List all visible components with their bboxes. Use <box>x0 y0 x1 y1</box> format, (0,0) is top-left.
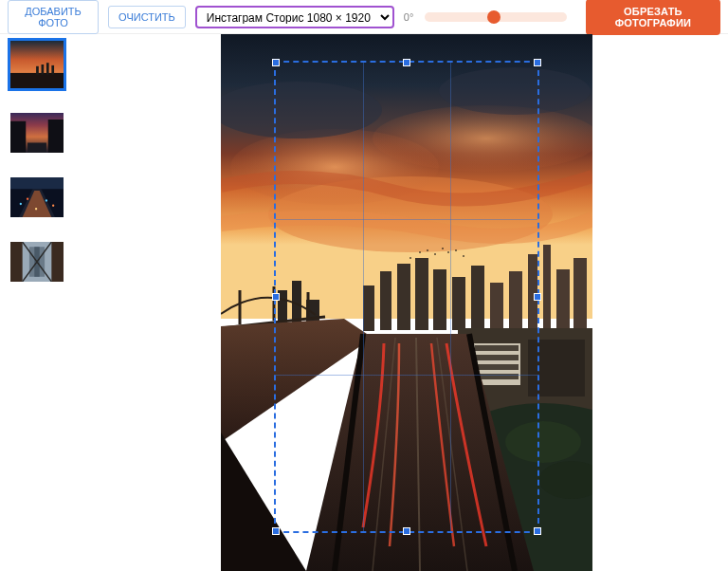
rotation-value-label: 0° <box>404 11 419 23</box>
svg-rect-50 <box>556 269 570 330</box>
svg-rect-51 <box>573 258 587 330</box>
svg-point-12 <box>20 203 22 205</box>
svg-rect-49 <box>543 245 551 332</box>
crop-handle-sw[interactable] <box>272 527 280 535</box>
thumbnail-4[interactable] <box>8 239 66 285</box>
svg-rect-7 <box>10 121 26 153</box>
svg-rect-11 <box>10 177 64 189</box>
thumbnail-3[interactable] <box>8 175 66 220</box>
canvas-area <box>85 34 728 571</box>
crop-handle-e[interactable] <box>534 293 541 301</box>
rotation-slider[interactable] <box>425 12 567 22</box>
svg-point-13 <box>27 198 28 200</box>
svg-point-16 <box>35 208 37 210</box>
svg-rect-5 <box>51 65 54 75</box>
svg-rect-19 <box>51 242 64 282</box>
thumbnail-sidebar <box>0 34 85 571</box>
crop-handle-se[interactable] <box>534 527 541 535</box>
crop-handle-w[interactable] <box>272 293 280 301</box>
crop-photos-button[interactable]: ОБРЕЗАТЬ ФОТОГРАФИИ <box>586 0 720 35</box>
main-area <box>0 34 728 571</box>
svg-rect-9 <box>27 143 46 154</box>
image-canvas[interactable] <box>221 34 592 571</box>
svg-rect-2 <box>36 66 39 75</box>
svg-point-14 <box>46 199 47 201</box>
svg-rect-4 <box>46 63 49 75</box>
crop-preset-select[interactable]: Инстаграм Сторис 1080 × 1920 <box>195 6 394 28</box>
thumbnail-2[interactable] <box>8 110 66 156</box>
crop-handle-s[interactable] <box>403 527 410 535</box>
crop-handle-n[interactable] <box>403 59 410 66</box>
clear-button[interactable]: ОЧИСТИТЬ <box>108 6 186 28</box>
svg-point-15 <box>52 205 54 207</box>
svg-rect-8 <box>48 120 64 153</box>
svg-rect-1 <box>10 73 64 88</box>
crop-handle-nw[interactable] <box>272 59 280 66</box>
add-photo-button[interactable]: ДОБАВИТЬ ФОТО <box>8 0 99 34</box>
svg-rect-3 <box>42 64 45 75</box>
thumbnail-1[interactable] <box>8 38 66 91</box>
svg-rect-18 <box>10 242 23 282</box>
toolbar: ДОБАВИТЬ ФОТО ОЧИСТИТЬ Инстаграм Сторис … <box>0 0 728 34</box>
crop-handle-ne[interactable] <box>534 59 541 66</box>
crop-selection[interactable] <box>274 61 539 533</box>
rotation-slider-thumb[interactable] <box>487 10 500 24</box>
